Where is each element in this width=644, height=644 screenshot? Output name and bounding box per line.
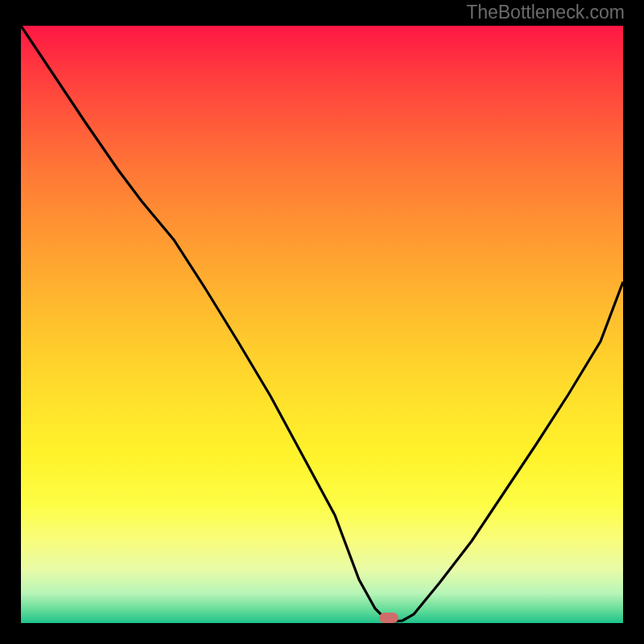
plot-area <box>21 26 623 623</box>
chart-frame: TheBottleneck.com <box>0 0 644 644</box>
bottleneck-curve <box>21 26 623 623</box>
watermark-text: TheBottleneck.com <box>466 2 625 23</box>
optimal-marker <box>379 613 398 623</box>
curve-path <box>21 26 623 621</box>
